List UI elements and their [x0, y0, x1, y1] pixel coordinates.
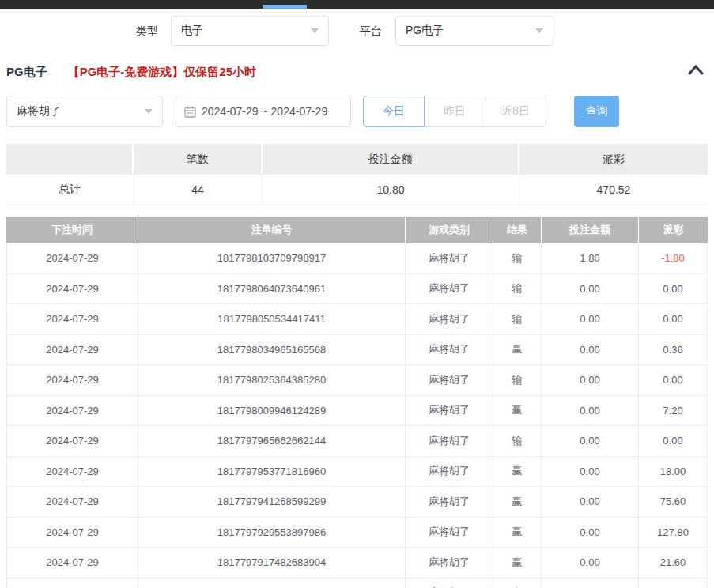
table-row: 麻将胡了 赢 — [6, 579, 708, 588]
summary-total-label: 总计 — [6, 175, 134, 205]
cell-bet-time: 2024-07-29 — [6, 335, 138, 365]
query-toolbar: 麻将胡了 2024-07-29 ~ 2024-07-29 今日 昨日 近8日 查… — [0, 96, 714, 127]
cell-result: 输 — [493, 243, 542, 273]
page: 类型 电子 平台 PG电子 PG电子【PG电子-免费游戏】仅保留25小时 麻将胡… — [0, 0, 714, 588]
summary-header-bet-amount: 投注金额 — [263, 144, 519, 175]
table-row: 2024-07-29 1817797953771816960 麻将胡了 赢 0.… — [6, 457, 708, 488]
cell-result: 赢 — [493, 487, 542, 517]
cell-bet-time: 2024-07-29 — [6, 365, 138, 395]
cell-payout: 0.00 — [639, 274, 708, 304]
cell-bet-id — [138, 579, 406, 588]
cell-result: 赢 — [493, 548, 542, 578]
cell-payout: 0.00 — [639, 426, 708, 456]
cell-payout — [639, 579, 708, 588]
cell-payout: 18.00 — [639, 457, 708, 487]
cell-payout: 127.80 — [639, 518, 708, 548]
cell-bet-time: 2024-07-29 — [6, 396, 138, 426]
cell-bet-amount: 0.00 — [542, 365, 639, 395]
cell-bet-amount: 0.00 — [542, 304, 639, 334]
table-header-row: 下注时间 注单编号 游戏类别 结果 投注金额 派彩 — [6, 217, 708, 243]
cell-bet-id: 1817798025364385280 — [138, 365, 406, 395]
table-row: 2024-07-29 1817797929553897986 麻将胡了 赢 0.… — [6, 518, 708, 548]
table-row: 2024-07-29 1817798009946124289 麻将胡了 赢 0.… — [6, 396, 708, 427]
chevron-down-icon — [311, 28, 319, 33]
cell-bet-time: 2024-07-29 — [6, 457, 138, 487]
cell-game-type: 麻将胡了 — [406, 579, 493, 588]
active-tab-indicator[interactable] — [263, 5, 307, 9]
cell-bet-id: 1817797953771816960 — [138, 457, 406, 487]
cell-bet-id: 1817798009946124289 — [138, 396, 406, 426]
cell-game-type: 麻将胡了 — [406, 274, 493, 304]
cell-payout: 0.36 — [639, 335, 708, 365]
cell-game-type: 麻将胡了 — [406, 457, 493, 487]
cell-bet-time — [6, 579, 138, 588]
cell-game-type: 麻将胡了 — [406, 304, 493, 334]
cell-bet-id: 1817797941268599299 — [138, 487, 406, 517]
header-bet-amount: 投注金额 — [542, 217, 639, 243]
summary-total-payout: 470.52 — [519, 175, 708, 205]
game-select[interactable]: 麻将胡了 — [6, 96, 163, 127]
cell-result: 输 — [493, 426, 542, 456]
cell-game-type: 麻将胡了 — [406, 487, 493, 517]
date-range-picker[interactable]: 2024-07-29 ~ 2024-07-29 — [176, 96, 351, 127]
table-row: 2024-07-29 1817797917482683904 麻将胡了 赢 0.… — [6, 548, 708, 579]
summary-total-row: 总计 44 10.80 470.52 — [6, 175, 708, 205]
section-header: PG电子【PG电子-免费游戏】仅保留25小时 — [6, 62, 708, 82]
cell-bet-time: 2024-07-29 — [6, 304, 138, 334]
table-body: 2024-07-29 1817798103709798917 麻将胡了 输 1.… — [6, 243, 708, 588]
table-row: 2024-07-29 1817798050534417411 麻将胡了 输 0.… — [6, 304, 708, 335]
header-payout: 派彩 — [639, 217, 708, 243]
cell-result: 赢 — [493, 335, 542, 365]
cell-bet-amount: 0.00 — [542, 518, 639, 548]
cell-game-type: 麻将胡了 — [406, 335, 493, 365]
cell-bet-time: 2024-07-29 — [6, 518, 138, 548]
cell-payout: 21.60 — [639, 548, 708, 578]
cell-bet-id: 1817797929553897986 — [138, 518, 406, 548]
header-bet-id: 注单编号 — [138, 217, 406, 243]
table-row: 2024-07-29 1817798064073640961 麻将胡了 输 0.… — [6, 274, 708, 305]
summary-total-count: 44 — [134, 175, 263, 205]
last-8-days-button[interactable]: 近8日 — [485, 96, 546, 127]
date-range-value: 2024-07-29 ~ 2024-07-29 — [202, 105, 327, 118]
cell-result: 输 — [493, 304, 542, 334]
cell-game-type: 麻将胡了 — [406, 548, 493, 578]
cell-result: 赢 — [493, 457, 542, 487]
today-button[interactable]: 今日 — [363, 96, 425, 127]
chevron-down-icon — [145, 109, 153, 114]
yesterday-button[interactable]: 昨日 — [424, 96, 485, 127]
header-result: 结果 — [493, 217, 542, 243]
cell-bet-time: 2024-07-29 — [6, 274, 138, 304]
cell-bet-time: 2024-07-29 — [6, 487, 138, 517]
cell-bet-amount: 1.80 — [542, 243, 639, 273]
summary-header-row: 笔数 投注金额 派彩 — [6, 144, 708, 175]
cell-payout: -1.80 — [639, 243, 708, 273]
cell-bet-amount: 0.00 — [542, 457, 639, 487]
cell-bet-id: 1817798103709798917 — [138, 243, 406, 273]
cell-bet-id: 1817798050534417411 — [138, 304, 406, 334]
collapse-section-button[interactable] — [687, 63, 706, 79]
section-notice: 【PG电子-免费游戏】仅保留25小时 — [68, 65, 256, 78]
calendar-icon — [184, 106, 196, 118]
cell-result: 输 — [493, 365, 542, 395]
type-select[interactable]: 电子 — [171, 16, 329, 46]
chevron-up-icon — [687, 63, 705, 76]
bet-records-table: 下注时间 注单编号 游戏类别 结果 投注金额 派彩 2024-07-29 181… — [6, 217, 708, 588]
cell-bet-id: 1817798034965165568 — [138, 335, 406, 365]
search-button[interactable]: 查询 — [574, 96, 619, 127]
cell-bet-amount: 0.00 — [542, 335, 639, 365]
cell-result: 赢 — [493, 518, 542, 548]
cell-bet-amount: 0.00 — [542, 396, 639, 426]
platform-label: 平台 — [360, 16, 382, 46]
chevron-down-icon — [535, 28, 543, 33]
top-tab-bar — [0, 0, 714, 9]
section-title: PG电子 — [6, 65, 47, 78]
cell-result: 赢 — [493, 396, 542, 426]
quick-date-button-group: 今日 昨日 近8日 — [363, 96, 546, 127]
cell-bet-amount — [542, 579, 639, 588]
cell-bet-time: 2024-07-29 — [6, 426, 138, 456]
cell-payout: 0.00 — [639, 304, 708, 334]
type-select-value: 电子 — [181, 24, 304, 38]
platform-select[interactable]: PG电子 — [395, 16, 553, 46]
header-bet-time: 下注时间 — [6, 217, 138, 243]
cell-bet-id: 1817797917482683904 — [138, 548, 406, 578]
